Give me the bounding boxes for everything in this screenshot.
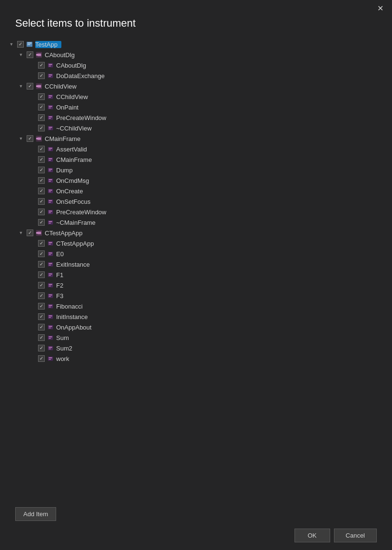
node-label-testapp: TestApp (35, 41, 61, 48)
checkbox-caboutdlg-ctor[interactable] (38, 62, 45, 69)
m18 (47, 292, 54, 300)
tree-node-initinstance[interactable]: ▶ InitInstance (8, 311, 384, 322)
class-icon-caboutdlg (35, 51, 43, 59)
checkbox-dtor-cchildview[interactable] (38, 125, 45, 131)
dialog-buttons: OK Cancel (15, 529, 377, 542)
checkbox-f2[interactable] (38, 282, 45, 289)
tree-node-precreatewindow-2[interactable]: ▶ PreCreateWindow (8, 207, 384, 217)
tree-node-ctestappapp-ctor[interactable]: ▶ CTestAppApp (8, 238, 384, 249)
node-label-ctestappapp: CTestAppApp (45, 230, 83, 237)
svg-rect-45 (48, 210, 53, 214)
svg-rect-35 (49, 170, 51, 171)
nl-sum: Sum (56, 334, 69, 341)
checkbox-onsetfocus[interactable] (38, 198, 45, 205)
checkbox-testapp[interactable] (17, 41, 24, 48)
ok-button[interactable]: OK (294, 529, 330, 542)
checkbox-sum2[interactable] (38, 345, 45, 351)
node-label-cchildview: CChildView (45, 83, 77, 90)
checkbox-onappabout[interactable] (38, 324, 45, 330)
cancel-button[interactable]: Cancel (334, 529, 377, 542)
method-icon-1 (47, 61, 54, 69)
checkbox-fibonacci[interactable] (38, 303, 45, 310)
svg-rect-46 (49, 210, 52, 211)
tree-node-exitinstance[interactable]: ▶ ExitInstance (8, 259, 384, 270)
checkbox-dtor-cmainframe[interactable] (38, 219, 45, 226)
tree-node-dodataexchange[interactable]: ▶ DoDataExchange (8, 70, 384, 81)
tree-node-oncmdmsg[interactable]: ▶ OnCmdMsg (8, 175, 384, 186)
checkbox-cchildview[interactable] (27, 83, 33, 90)
tree-node-work[interactable]: ▶ work (8, 353, 384, 364)
m15 (47, 260, 54, 268)
tree-node-caboutdlg[interactable]: ▼ CAboutDlg (8, 50, 384, 60)
tree-node-f1[interactable]: ▶ F1 (8, 270, 384, 280)
m11 (47, 208, 54, 216)
checkbox-ctestappapp-ctor[interactable] (38, 240, 45, 247)
checkbox-ctestappapp[interactable] (27, 230, 33, 236)
m13 (47, 240, 54, 247)
tree-node-caboutdlg-ctor[interactable]: ▶ CAboutDlg (8, 60, 384, 70)
checkbox-sum[interactable] (38, 334, 45, 341)
svg-rect-10 (49, 76, 51, 77)
tree-node-dtor-cmainframe[interactable]: ▶ ~CMainFrame (8, 217, 384, 228)
class-icon-cchildview (35, 82, 43, 90)
tree-node-dtor-cchildview[interactable]: ▶ ~CChildView (8, 123, 384, 133)
nl-onappabout: OnAppAbout (56, 324, 91, 331)
tree-node-assertvalid[interactable]: ▶ AssertValid (8, 144, 384, 154)
add-item-button[interactable]: Add Item (15, 507, 56, 521)
nl-assertvalid: AssertValid (56, 146, 87, 153)
m8 (47, 177, 54, 184)
tree-node-sum[interactable]: ▶ Sum (8, 332, 384, 343)
checkbox-exitinstance[interactable] (38, 261, 45, 268)
m24 (47, 355, 54, 362)
checkbox-e0[interactable] (38, 250, 45, 257)
m6 (47, 156, 54, 163)
tree-node-e0[interactable]: ▶ E0 (8, 249, 384, 259)
tree-node-root[interactable]: ▼ TestApp (8, 39, 384, 50)
close-button[interactable]: ✕ (374, 4, 386, 13)
checkbox-oncmdmsg[interactable] (38, 177, 45, 184)
checkbox-caboutdlg[interactable] (27, 51, 33, 58)
checkbox-f3[interactable] (38, 292, 45, 299)
checkbox-onpaint[interactable] (38, 104, 45, 110)
tree-node-cchildview-ctor[interactable]: ▶ CChildView (8, 91, 384, 102)
checkbox-cchildview-ctor[interactable] (38, 93, 45, 100)
tree-node-sum2[interactable]: ▶ Sum2 (8, 343, 384, 353)
expander-caboutdlg: ▼ (17, 51, 25, 59)
svg-rect-70 (49, 296, 51, 297)
svg-rect-5 (48, 63, 53, 68)
checkbox-dump[interactable] (38, 167, 45, 173)
tree-node-dump[interactable]: ▶ Dump (8, 165, 384, 175)
checkbox-cmainframe-ctor[interactable] (38, 156, 45, 163)
tree-node-ctestappapp[interactable]: ▼ CTestAppApp (8, 228, 384, 238)
tree-node-f2[interactable]: ▶ F2 (8, 280, 384, 290)
svg-rect-60 (49, 263, 52, 264)
m16 (47, 271, 54, 279)
tree-node-cchildview[interactable]: ▼ CChildView (8, 81, 384, 91)
tree-node-onsetfocus[interactable]: ▶ OnSetFocus (8, 196, 384, 207)
checkbox-precreatewindow-1[interactable] (38, 114, 45, 121)
checkbox-oncreate[interactable] (38, 188, 45, 194)
tree-node-oncreate[interactable]: ▶ OnCreate (8, 186, 384, 196)
tree-node-cmainframe-ctor[interactable]: ▶ CMainFrame (8, 154, 384, 165)
tree-node-fibonacci[interactable]: ▶ Fibonacci (8, 301, 384, 311)
m14 (47, 250, 54, 258)
m5 (47, 145, 54, 153)
svg-rect-82 (49, 338, 51, 339)
tree-container[interactable]: ▼ TestApp ▼ CAboutDlg (0, 37, 384, 500)
checkbox-precreatewindow-2[interactable] (38, 209, 45, 215)
tree-node-f3[interactable]: ▶ F3 (8, 290, 384, 301)
tree-node-onpaint[interactable]: ▶ OnPaint (8, 102, 384, 112)
checkbox-dodataexchange[interactable] (38, 72, 45, 79)
tree-node-onappabout[interactable]: ▶ OnAppAbout (8, 322, 384, 332)
checkbox-initinstance[interactable] (38, 313, 45, 320)
svg-rect-75 (49, 315, 52, 316)
tree-node-precreatewindow-1[interactable]: ▶ PreCreateWindow (8, 112, 384, 123)
tree-node-cmainframe[interactable]: ▼ CMainFrame (8, 133, 384, 144)
svg-rect-55 (49, 244, 51, 244)
checkbox-work[interactable] (38, 355, 45, 362)
checkbox-cmainframe[interactable] (27, 135, 33, 142)
checkbox-assertvalid[interactable] (38, 146, 45, 152)
nl-precreatewindow-2: PreCreateWindow (56, 209, 107, 216)
svg-rect-39 (48, 189, 53, 193)
checkbox-f1[interactable] (38, 271, 45, 278)
